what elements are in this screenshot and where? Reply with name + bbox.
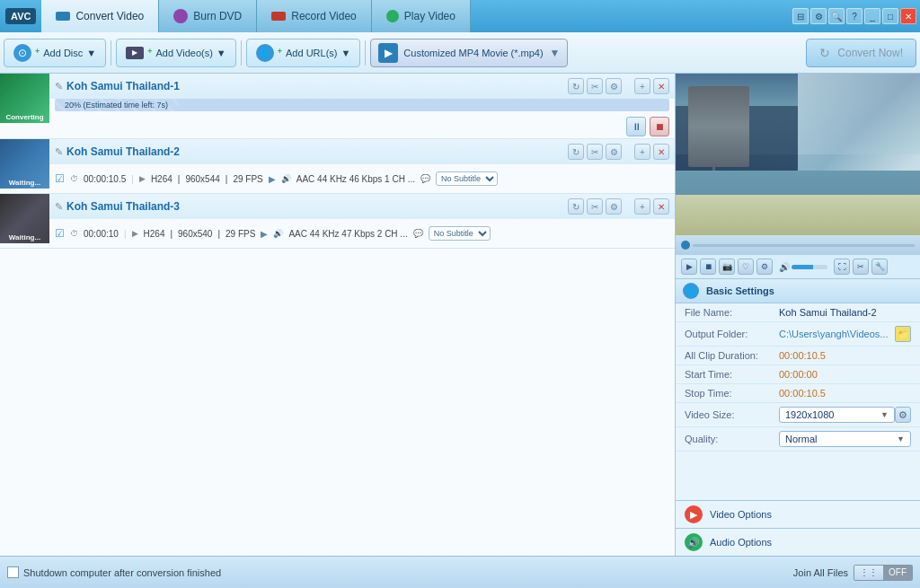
- format-selector[interactable]: ▶ Customized MP4 Movie (*.mp4) ▼: [370, 39, 568, 67]
- settings-starttime-row: Start Time: 00:00:00: [676, 365, 920, 384]
- shutdown-checkbox-area: Shutdown computer after conversion finis…: [7, 566, 786, 578]
- shutdown-checkbox[interactable]: [7, 566, 19, 578]
- file-sync-button-3[interactable]: ↻: [568, 198, 584, 215]
- toggle-off-part[interactable]: OFF: [883, 566, 912, 580]
- file-title-1[interactable]: Koh Samui Thailand-1: [66, 80, 180, 92]
- file-header-2: ✎ Koh Samui Thailand-2 ↻ ✂ ⚙ + ✕: [49, 139, 675, 164]
- audio-options-button[interactable]: 🔊 Audio Options: [676, 528, 920, 556]
- file-add-button-1[interactable]: +: [634, 78, 650, 94]
- file-title-3[interactable]: Koh Samui Thailand-3: [66, 200, 180, 213]
- minimize-button[interactable]: ⊟: [792, 8, 809, 24]
- stop-button-1[interactable]: ⏹: [650, 117, 669, 136]
- convert-now-button[interactable]: ↻ Convert Now!: [806, 39, 916, 67]
- disc-icon: ⊙: [13, 44, 31, 62]
- volume-bar[interactable]: [792, 265, 827, 269]
- subtitle-select-3[interactable]: No Subtitle: [429, 226, 491, 241]
- tab-play[interactable]: Play Video: [372, 0, 471, 32]
- fullscreen-button[interactable]: ⛶: [834, 259, 850, 275]
- add-url-arrow: ▼: [341, 48, 350, 58]
- join-files-area: Join All Files ⋮⋮ OFF: [793, 565, 913, 581]
- settings-ctrl-button[interactable]: ⚙: [756, 259, 773, 275]
- settings-filename-row: File Name: Koh Samui Thailand-2: [676, 303, 920, 322]
- videosize-gear-button[interactable]: ⚙: [895, 407, 911, 423]
- file-cut-button-1[interactable]: ✂: [587, 78, 603, 94]
- file-close-button-3[interactable]: ✕: [653, 198, 669, 215]
- join-label: Join All Files: [793, 567, 848, 578]
- audio-info-3: AAC 44 KHz 47 Kbps 2 CH ...: [288, 229, 407, 239]
- favorite-button[interactable]: ♡: [738, 259, 754, 275]
- help-button[interactable]: ?: [846, 8, 862, 24]
- audio-options-label: Audio Options: [710, 537, 772, 548]
- tab-record[interactable]: Record Video: [257, 0, 372, 32]
- file-settings-button-2[interactable]: ⚙: [606, 144, 622, 160]
- file-thumbnail-1: Converting: [0, 74, 49, 123]
- tab-convert[interactable]: Convert Video: [41, 0, 159, 32]
- video-options-button[interactable]: ▶ Video Options: [676, 500, 920, 528]
- play-tab-label: Play Video: [404, 10, 456, 22]
- progress-dot[interactable]: [681, 241, 690, 250]
- add-disc-button[interactable]: ⊙ + Add Disc ▼: [4, 39, 106, 67]
- list-item: Converting ✎ Koh Samui Thailand-1 ↻ ✂ ⚙ …: [0, 74, 675, 139]
- audio-info-2: AAC 44 KHz 46 Kbps 1 CH ...: [296, 174, 415, 184]
- starttime-label: Start Time:: [685, 369, 779, 380]
- file-sync-button-1[interactable]: ↻: [568, 78, 584, 94]
- file-cut-button-3[interactable]: ✂: [587, 198, 603, 215]
- format-label: Customized MP4 Movie (*.mp4): [403, 48, 544, 58]
- file-add-button-3[interactable]: +: [634, 198, 650, 215]
- progress-line[interactable]: [693, 244, 915, 247]
- volume-control[interactable]: 🔊: [779, 262, 827, 272]
- file-info-2: ☑ ⏱ 00:00:10.5 | ▶ H264 | 960x544 | 29 F…: [49, 164, 675, 193]
- stoptime-value: 00:00:10.5: [779, 388, 911, 399]
- add-url-label: Add URL(s): [286, 48, 337, 58]
- file-cut-button-2[interactable]: ✂: [587, 144, 603, 160]
- toggle-join-part[interactable]: ⋮⋮: [854, 566, 883, 580]
- winclose-button[interactable]: ✕: [900, 8, 916, 24]
- settings-button[interactable]: ⚙: [810, 8, 827, 24]
- settings-globe-icon: 🌐: [683, 283, 699, 299]
- file-header-1: ✎ Koh Samui Thailand-1 ↻ ✂ ⚙ + ✕: [49, 74, 675, 99]
- output-value[interactable]: C:\Users\yangh\Videos...: [779, 329, 895, 339]
- file-settings-button-3[interactable]: ⚙: [606, 198, 622, 215]
- play-tab-icon: [386, 10, 399, 22]
- duration-label: All Clip Duration:: [685, 350, 779, 361]
- pause-button-1[interactable]: ⏸: [626, 117, 646, 136]
- file-close-button-1[interactable]: ✕: [653, 78, 669, 94]
- scissor-button[interactable]: ✂: [853, 259, 869, 275]
- add-url-button[interactable]: 🌐 + Add URL(s) ▼: [246, 39, 361, 67]
- search-button[interactable]: 🔍: [828, 8, 845, 24]
- videosize-select[interactable]: 1920x1080 ▼: [779, 407, 895, 423]
- join-toggle[interactable]: ⋮⋮ OFF: [854, 565, 913, 581]
- edit-icon-3: ✎: [55, 201, 63, 213]
- volume-icon: 🔊: [779, 262, 790, 272]
- tab-burn[interactable]: Burn DVD: [159, 0, 257, 32]
- play-button[interactable]: ▶: [681, 259, 697, 275]
- file-settings-button-1[interactable]: ⚙: [606, 78, 622, 94]
- screenshot-button[interactable]: 📷: [719, 259, 735, 275]
- add-video-button[interactable]: ▶ + Add Video(s) ▼: [116, 39, 236, 67]
- file-actions-1: ↻ ✂ ⚙ + ✕: [568, 78, 669, 94]
- file-close-button-2[interactable]: ✕: [653, 144, 669, 160]
- stop-playback-button[interactable]: ⏹: [700, 259, 716, 275]
- file-title-2[interactable]: Koh Samui Thailand-2: [66, 145, 180, 158]
- quality-label: Quality:: [685, 434, 779, 444]
- convert-label: Convert Now!: [837, 47, 903, 59]
- tool-button[interactable]: 🔧: [871, 259, 888, 275]
- subtitle-select-2[interactable]: No Subtitle: [436, 171, 498, 186]
- add-disc-arrow: ▼: [86, 48, 96, 58]
- winmin-button[interactable]: _: [864, 8, 880, 24]
- toolbar: ⊙ + Add Disc ▼ ▶ + Add Video(s) ▼ 🌐 + Ad…: [0, 32, 920, 74]
- quality-select[interactable]: Normal ▼: [779, 431, 911, 447]
- quality-value: Normal: [785, 434, 893, 444]
- playback-controls: ▶ ⏹ 📷 ♡ ⚙ 🔊 ⛶ ✂ 🔧: [676, 255, 920, 279]
- video-info-2: H264: [151, 174, 172, 184]
- file-sync-button-2[interactable]: ↻: [568, 144, 584, 160]
- duration-2: 00:00:10.5: [84, 174, 126, 184]
- shutdown-label: Shutdown computer after conversion finis…: [23, 567, 221, 578]
- checkbox-3[interactable]: ☑: [55, 227, 65, 240]
- checkbox-2[interactable]: ☑: [55, 172, 65, 185]
- progress-bar-wrap-1: 20% (Estimated time left: 7s): [55, 99, 669, 111]
- fps-2: 29 FPS: [233, 174, 262, 184]
- file-add-button-2[interactable]: +: [634, 144, 650, 160]
- browse-folder-button[interactable]: 📁: [895, 326, 911, 342]
- winmax-button[interactable]: □: [882, 8, 898, 24]
